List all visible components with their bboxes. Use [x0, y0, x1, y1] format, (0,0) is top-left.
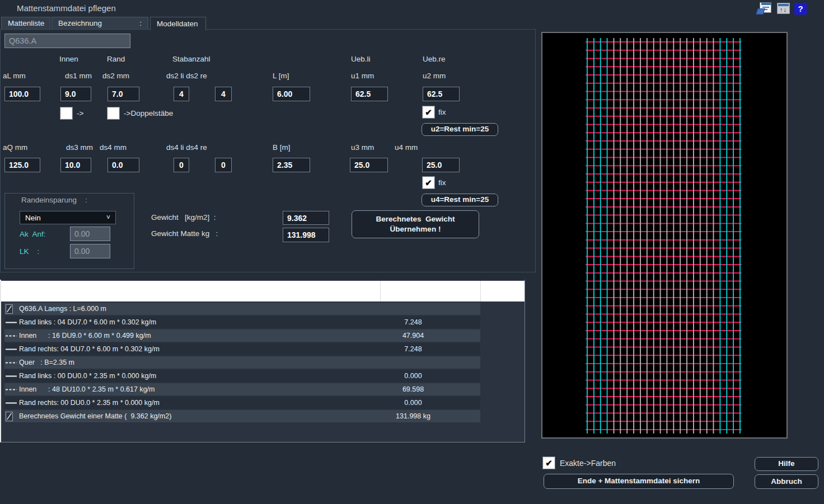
- hilfe-button[interactable]: Hilfe: [755, 457, 818, 471]
- abbruch-button[interactable]: Abbruch: [755, 474, 818, 489]
- weight-table-header: [1, 281, 525, 302]
- tab-mattenliste[interactable]: Mattenliste: [1, 17, 50, 30]
- dashed-line-icon: [4, 331, 19, 341]
- table-row[interactable]: Rand rechts: 04 DU7.0 * 6.00 m * 0.302 k…: [4, 343, 480, 355]
- row-description: Innen : 48 DU10.0 * 2.35 m * 0.617 kg/m: [19, 385, 155, 393]
- export-blob-glyph: [756, 8, 765, 15]
- edit-box-icon: [4, 304, 19, 314]
- table-row[interactable]: Quer : B=2.35 m: [4, 356, 480, 369]
- help-icon[interactable]: ?: [794, 3, 807, 15]
- table-row[interactable]: Q636.A Laengs : L=6.000 m: [4, 303, 480, 315]
- row-description: Berechnetes Gewicht einer Matte ( 9.362 …: [19, 412, 171, 420]
- row-description: Rand rechts: 04 DU7.0 * 6.00 m * 0.302 k…: [19, 345, 160, 353]
- dashed-line-icon: [4, 358, 19, 368]
- tab-modelldaten[interactable]: Modelldaten: [150, 17, 206, 30]
- row-description: Quer : B=2.35 m: [19, 359, 74, 366]
- mesh-preview-panel: [541, 32, 788, 439]
- arrows-glyph: ↑↓: [778, 6, 789, 13]
- edit-box-icon: [4, 412, 19, 421]
- tab-bezeichnung-colon: :: [139, 19, 142, 27]
- table-row[interactable]: Innen : 48 DU10.0 * 2.35 m * 0.617 kg/m6…: [4, 383, 480, 395]
- table-row[interactable]: Rand links : 04 DU7.0 * 6.00 m * 0.302 k…: [4, 316, 480, 328]
- table-row[interactable]: Rand links : 00 DU0.0 * 2.35 m * 0.000 k…: [4, 370, 480, 382]
- solid-line-icon: [4, 371, 19, 381]
- mesh-drawing-svg: [542, 33, 786, 437]
- table-row[interactable]: Rand rechts: 00 DU0.0 * 2.35 m * 0.000 k…: [4, 397, 480, 409]
- exakte-farben-checkbox[interactable]: [543, 457, 555, 469]
- modelldaten-panel: [0, 29, 536, 272]
- row-weight-value: 7.248: [367, 345, 459, 353]
- row-description: Rand rechts: 00 DU0.0 * 2.35 m * 0.000 k…: [19, 399, 160, 407]
- exakte-farben-label: Exakte->Farben: [560, 459, 616, 468]
- weight-table: Q636.A Laengs : L=6.000 mRand links : 04…: [0, 280, 525, 442]
- row-weight-value: 47.904: [367, 332, 459, 340]
- solid-line-icon: [4, 398, 19, 408]
- row-weight-value: 69.598: [367, 385, 459, 393]
- app-window: { "window_title": "Mattenstammdatei pfle…: [0, 0, 824, 504]
- row-weight-value: 0.000: [367, 399, 459, 407]
- solid-line-icon: [4, 318, 19, 327]
- table-row[interactable]: Berechnetes Gewicht einer Matte ( 9.362 …: [4, 410, 480, 422]
- row-weight-value: 7.248: [367, 318, 459, 326]
- window-titlebar-glyph: [761, 3, 771, 5]
- tab-bezeichnung[interactable]: Bezeichnung :: [52, 17, 148, 30]
- row-description: Rand links : 00 DU0.0 * 2.35 m * 0.000 k…: [19, 372, 156, 380]
- row-description: Q636.A Laengs : L=6.000 m: [19, 305, 106, 313]
- dashed-line-icon: [4, 385, 19, 394]
- row-weight-value: 131.998 kg: [367, 412, 459, 420]
- ende-sichern-button[interactable]: Ende + Mattenstammdatei sichern: [544, 474, 734, 489]
- up-down-arrows-icon[interactable]: ↑↓: [777, 3, 790, 14]
- question-mark-glyph: ?: [798, 4, 803, 13]
- table-row[interactable]: Innen : 16 DU9.0 * 6.00 m * 0.499 kg/m47…: [4, 329, 480, 342]
- row-weight-value: 0.000: [367, 372, 459, 380]
- window-title: Mattenstammdatei pflegen: [17, 3, 116, 13]
- row-description: Rand links : 04 DU7.0 * 6.00 m * 0.302 k…: [19, 318, 156, 326]
- solid-line-icon: [4, 345, 19, 354]
- row-description: Innen : 16 DU9.0 * 6.00 m * 0.499 kg/m: [19, 332, 151, 340]
- mat-table-body: Q636.A Laengs : L=6.000 mRand links : 04…: [1, 303, 525, 423]
- window-export-icon[interactable]: [757, 2, 771, 15]
